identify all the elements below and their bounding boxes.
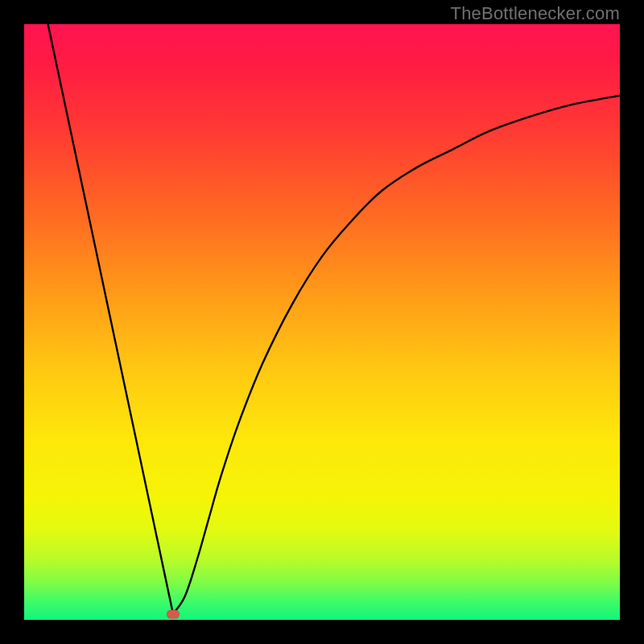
attribution-text: TheBottlenecker.com — [451, 3, 620, 24]
chart-stage: TheBottlenecker.com — [0, 0, 644, 644]
bottleneck-curve — [24, 24, 620, 620]
plot-area — [24, 24, 620, 620]
minimum-marker — [167, 609, 180, 618]
